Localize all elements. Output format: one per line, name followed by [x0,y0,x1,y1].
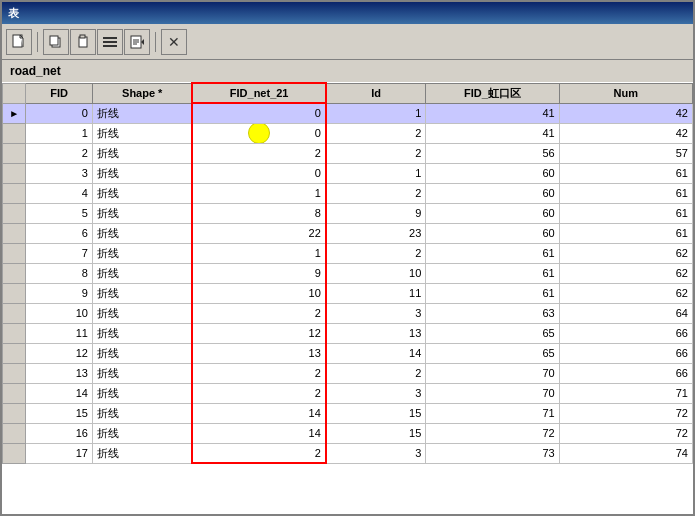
cell-fid: 8 [26,263,93,283]
cell-fid: 7 [26,243,93,263]
table-row[interactable]: 2折线225657 [3,143,693,163]
row-indicator [3,223,26,243]
cell-num: 61 [559,183,692,203]
table-row[interactable]: 11折线12136566 [3,323,693,343]
toolbar-btn-copy[interactable] [43,29,69,55]
row-indicator: ► [3,103,26,123]
cell-num: 42 [559,123,692,143]
table-row[interactable]: 9折线10116162 [3,283,693,303]
table-row[interactable]: ►0折线014142 [3,103,693,123]
cell-fid-hk: 41 [426,123,559,143]
cell-num: 42 [559,103,692,123]
table-row[interactable]: 1折线 0 24142 [3,123,693,143]
toolbar-btn-options[interactable] [97,29,123,55]
cell-shape: 折线 [92,183,192,203]
cell-fid-hk: 61 [426,283,559,303]
table-row[interactable]: 4折线126061 [3,183,693,203]
cell-num: 62 [559,283,692,303]
cell-fid-net-21: 1 [192,243,325,263]
cell-fid: 3 [26,163,93,183]
table-row[interactable]: 8折线9106162 [3,263,693,283]
cell-value: 0 [315,127,321,139]
cell-id: 3 [326,383,426,403]
svg-rect-7 [103,41,117,43]
cell-shape: 折线 [92,103,192,123]
cell-fid: 5 [26,203,93,223]
data-table: FID Shape * FID_net_21 Id FID_虹口区 Num ►0… [2,82,693,464]
header-num[interactable]: Num [559,83,692,103]
row-indicator [3,283,26,303]
cell-id: 15 [326,403,426,423]
row-indicator [3,263,26,283]
row-indicator [3,183,26,203]
cell-id: 1 [326,163,426,183]
cell-fid: 11 [26,323,93,343]
table-row[interactable]: 16折线14157272 [3,423,693,443]
row-indicator [3,163,26,183]
cell-shape: 折线 [92,403,192,423]
row-indicator [3,243,26,263]
table-row[interactable]: 15折线14157172 [3,403,693,423]
cell-shape: 折线 [92,443,192,463]
cell-fid: 6 [26,223,93,243]
cell-num: 61 [559,163,692,183]
table-row[interactable]: 17折线237374 [3,443,693,463]
header-fid-hk[interactable]: FID_虹口区 [426,83,559,103]
sep-2 [155,32,156,52]
row-indicator [3,303,26,323]
cell-id: 13 [326,323,426,343]
svg-rect-5 [80,35,85,38]
table-row[interactable]: 14折线237071 [3,383,693,403]
cell-id: 23 [326,223,426,243]
cell-fid-net-21: 2 [192,303,325,323]
toolbar-btn-delete[interactable]: ✕ [161,29,187,55]
header-id[interactable]: Id [326,83,426,103]
table-body: ►0折线0141421折线 0 241422折线2256573折线0160614… [3,103,693,463]
header-shape[interactable]: Shape * [92,83,192,103]
table-container[interactable]: FID Shape * FID_net_21 Id FID_虹口区 Num ►0… [2,82,693,514]
cell-id: 2 [326,363,426,383]
cell-fid: 12 [26,343,93,363]
cell-fid-net-21: 14 [192,403,325,423]
cell-shape: 折线 [92,363,192,383]
cell-fid-net-21: 0 [192,103,325,123]
cell-num: 66 [559,363,692,383]
header-fid[interactable]: FID [26,83,93,103]
toolbar-group-2 [43,29,150,55]
cell-fid-hk: 60 [426,183,559,203]
table-row[interactable]: 12折线13146566 [3,343,693,363]
cell-fid-hk: 63 [426,303,559,323]
cell-num: 62 [559,243,692,263]
toolbar-btn-new[interactable] [6,29,32,55]
cell-fid-net-21: 2 [192,443,325,463]
row-indicator [3,403,26,423]
svg-rect-6 [103,37,117,39]
table-row[interactable]: 5折线896061 [3,203,693,223]
row-indicator [3,203,26,223]
cell-shape: 折线 [92,423,192,443]
cell-num: 57 [559,143,692,163]
table-row[interactable]: 10折线236364 [3,303,693,323]
cell-shape: 折线 [92,223,192,243]
toolbar-btn-paste[interactable] [70,29,96,55]
table-row[interactable]: 3折线016061 [3,163,693,183]
row-indicator [3,443,26,463]
row-indicator [3,383,26,403]
cell-id: 14 [326,343,426,363]
header-fid-net-21[interactable]: FID_net_21 [192,83,325,103]
cell-shape: 折线 [92,163,192,183]
cell-fid-net-21: 8 [192,203,325,223]
cell-fid-net-21: 22 [192,223,325,243]
table-row[interactable]: 13折线227066 [3,363,693,383]
cell-id: 2 [326,183,426,203]
cell-fid-net-21: 0 [192,163,325,183]
table-row[interactable]: 7折线126162 [3,243,693,263]
cell-fid: 16 [26,423,93,443]
cell-id: 2 [326,243,426,263]
table-row[interactable]: 6折线22236061 [3,223,693,243]
row-indicator [3,363,26,383]
toolbar-btn-export[interactable] [124,29,150,55]
cell-num: 74 [559,443,692,463]
cell-num: 66 [559,323,692,343]
cell-fid-hk: 61 [426,243,559,263]
